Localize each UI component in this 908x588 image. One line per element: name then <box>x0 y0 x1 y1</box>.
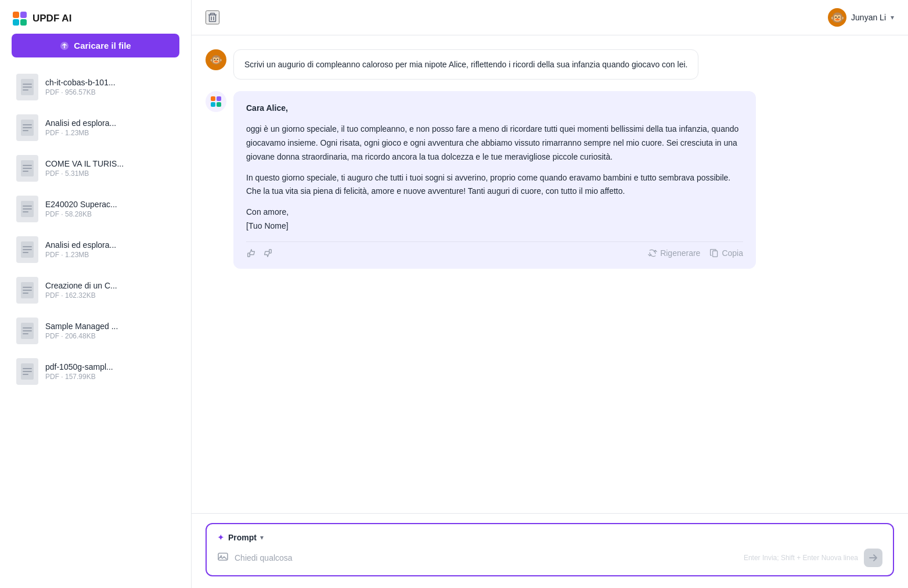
file-name: Analisi ed esplora... <box>45 118 175 128</box>
image-icon <box>217 551 229 565</box>
upload-button[interactable]: Caricare il file <box>12 34 179 57</box>
svg-rect-11 <box>217 102 221 107</box>
file-icon-3 <box>16 196 38 222</box>
svg-rect-3 <box>20 19 27 26</box>
sidebar: UPDF AI Caricare il file ch-it-cobas-b-1… <box>0 0 192 588</box>
svg-rect-1 <box>20 12 27 18</box>
file-item[interactable]: Sample Managed ... PDF · 206.48KB <box>5 311 186 351</box>
user-bubble: Scrivi un augurio di compleanno caloroso… <box>233 49 698 80</box>
copy-button[interactable]: Copia <box>709 248 743 258</box>
file-item[interactable]: Creazione di un C... PDF · 162.32KB <box>5 270 186 311</box>
svg-rect-14 <box>713 251 718 257</box>
ai-avatar <box>206 91 226 112</box>
ai-bubble: Cara Alice, oggi è un giorno speciale, i… <box>233 91 756 268</box>
file-icon-4 <box>16 236 38 263</box>
file-icon-6 <box>16 318 38 344</box>
regenerate-button[interactable]: Rigenerare <box>648 248 700 258</box>
user-menu[interactable]: 🐵 Junyan Li ▾ <box>828 8 894 27</box>
sparkle-icon: ✦ <box>217 532 225 543</box>
chevron-down-icon: ▾ <box>891 13 894 21</box>
file-name: ch-it-cobas-b-101... <box>45 78 175 87</box>
input-hint: Enter Invia; Shift + Enter Nuova linea <box>744 554 858 562</box>
file-meta: PDF · 157.99KB <box>45 373 175 381</box>
file-name: E240020 Superac... <box>45 200 175 209</box>
file-name: Analisi ed esplora... <box>45 240 175 250</box>
avatar: 🐵 <box>828 8 846 27</box>
file-meta: PDF · 162.32KB <box>45 291 175 300</box>
svg-rect-5 <box>210 15 216 21</box>
svg-rect-0 <box>13 12 19 18</box>
file-icon-0 <box>16 74 38 100</box>
user-message: 🐵 Scrivi un augurio di compleanno caloro… <box>206 49 894 80</box>
user-name: Junyan Li <box>851 13 886 22</box>
prompt-header: ✦ Prompt ▾ <box>217 532 882 543</box>
file-item[interactable]: E240020 Superac... PDF · 58.28KB <box>5 189 186 229</box>
sidebar-header: UPDF AI <box>0 0 191 34</box>
svg-rect-8 <box>211 96 215 101</box>
main-content: 🐵 Junyan Li ▾ 🐵 Scrivi un augurio di com… <box>192 0 908 588</box>
file-item[interactable]: Analisi ed esplora... PDF · 1.23MB <box>5 229 186 270</box>
prompt-box: ✦ Prompt ▾ Enter Invia; Shift + Enter Nu… <box>206 523 894 576</box>
prompt-input-row: Enter Invia; Shift + Enter Nuova linea <box>217 549 882 567</box>
send-button[interactable] <box>864 549 882 567</box>
file-name: Sample Managed ... <box>45 322 175 331</box>
svg-rect-2 <box>13 19 19 26</box>
svg-rect-12 <box>248 253 250 257</box>
file-item[interactable]: ch-it-cobas-b-101... PDF · 956.57KB <box>5 67 186 107</box>
upload-icon <box>60 41 69 50</box>
file-name: Creazione di un C... <box>45 281 175 290</box>
file-list: ch-it-cobas-b-101... PDF · 956.57KB Anal… <box>0 67 191 588</box>
file-item[interactable]: pdf-1050g-sampl... PDF · 157.99KB <box>5 351 186 392</box>
file-meta: PDF · 1.23MB <box>45 251 175 259</box>
file-icon-2 <box>16 155 38 182</box>
message-actions: Rigenerare Copia <box>246 241 743 258</box>
file-item[interactable]: Analisi ed esplora... PDF · 1.23MB <box>5 107 186 148</box>
file-meta: PDF · 5.31MB <box>45 169 175 178</box>
file-icon-5 <box>16 277 38 304</box>
file-meta: PDF · 206.48KB <box>45 332 175 340</box>
thumbs-down-button[interactable] <box>262 248 273 258</box>
svg-rect-9 <box>217 96 221 101</box>
thumbs-up-button[interactable] <box>246 248 257 258</box>
svg-rect-13 <box>269 249 272 252</box>
chat-header: 🐵 Junyan Li ▾ <box>192 0 908 35</box>
ai-message: Cara Alice, oggi è un giorno speciale, i… <box>206 91 894 268</box>
file-meta: PDF · 956.57KB <box>45 88 175 96</box>
input-area: ✦ Prompt ▾ Enter Invia; Shift + Enter Nu… <box>192 513 908 588</box>
file-icon-1 <box>16 114 38 141</box>
file-meta: PDF · 1.23MB <box>45 129 175 137</box>
svg-rect-10 <box>211 102 215 107</box>
file-meta: PDF · 58.28KB <box>45 210 175 218</box>
user-avatar: 🐵 <box>206 49 226 70</box>
file-name: COME VA IL TURIS... <box>45 159 175 168</box>
clear-chat-button[interactable] <box>206 10 219 24</box>
file-icon-7 <box>16 358 38 385</box>
file-item[interactable]: COME VA IL TURIS... PDF · 5.31MB <box>5 148 186 189</box>
updf-logo <box>12 10 28 27</box>
prompt-label: Prompt <box>228 533 257 542</box>
prompt-dropdown-icon[interactable]: ▾ <box>260 533 264 542</box>
file-name: pdf-1050g-sampl... <box>45 362 175 371</box>
chat-input[interactable] <box>235 553 738 562</box>
app-title: UPDF AI <box>33 13 71 24</box>
chat-messages: 🐵 Scrivi un augurio di compleanno caloro… <box>192 35 908 513</box>
